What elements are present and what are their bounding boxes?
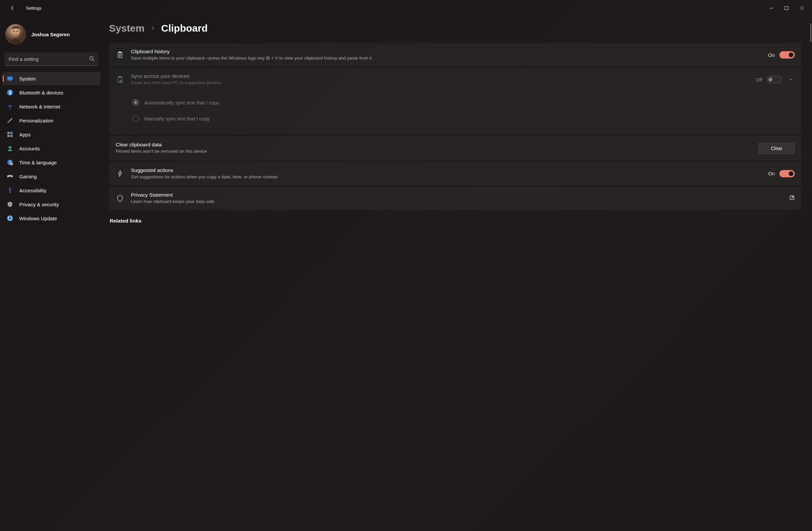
related-links-heading: Related links — [110, 218, 801, 224]
svg-rect-1 — [785, 6, 788, 10]
maximize-button[interactable] — [779, 3, 794, 13]
username: Joshua Segeren — [31, 32, 70, 37]
wifi-icon — [6, 103, 13, 110]
radio-icon — [132, 115, 139, 122]
nav-label: Gaming — [19, 174, 37, 179]
suggested-actions-toggle[interactable] — [780, 170, 795, 177]
svg-point-21 — [9, 188, 11, 189]
svg-rect-23 — [118, 52, 122, 58]
svg-point-7 — [17, 31, 18, 32]
toggle-state-label: Off — [755, 77, 762, 83]
card-clear-clipboard: Clear clipboard data Pinned items won't … — [109, 136, 801, 160]
shield-icon — [6, 201, 13, 208]
update-icon — [6, 215, 13, 222]
chevron-right-icon — [150, 25, 155, 32]
sidebar-item-accessibility[interactable]: Accessibility — [3, 184, 100, 197]
minimize-button[interactable] — [764, 3, 779, 13]
radio-option-manual[interactable]: Manually sync text that I copy — [132, 110, 795, 126]
nav-label: Apps — [19, 132, 31, 137]
card-desc: Learn how clipboard keeps your data safe — [131, 199, 783, 205]
nav-label: Accessibility — [19, 188, 46, 193]
card-desc: Pinned items won't be removed on this de… — [116, 149, 758, 154]
lightning-icon — [116, 170, 124, 177]
radio-label: Automatically sync text that I copy — [144, 100, 219, 106]
titlebar: Settings — [0, 0, 812, 16]
back-button[interactable] — [7, 3, 18, 13]
accessibility-icon — [6, 187, 13, 194]
card-sync-devices: Sync across your devices Paste text from… — [109, 68, 801, 135]
person-icon — [6, 145, 13, 152]
sidebar-item-personalization[interactable]: Personalization — [3, 114, 100, 127]
nav-label: Personalization — [19, 118, 54, 123]
clipboard-icon — [116, 51, 124, 58]
card-desc: Paste text from your PC to supported dev… — [131, 80, 749, 86]
radio-label: Manually sync text that I copy — [144, 116, 210, 122]
svg-rect-16 — [7, 135, 10, 137]
shield-outline-icon — [116, 195, 124, 202]
profile-block[interactable]: Joshua Segeren — [3, 20, 100, 51]
sync-options: Automatically sync text that I copy Manu… — [109, 91, 801, 135]
svg-point-13 — [7, 122, 9, 123]
nav-label: System — [19, 76, 36, 82]
svg-rect-17 — [10, 135, 13, 137]
breadcrumb: System Clipboard — [109, 23, 801, 34]
paintbrush-icon — [6, 117, 13, 124]
toggle-state-label: On — [768, 52, 775, 58]
card-title: Clipboard history — [131, 48, 762, 55]
nav-label: Privacy & security — [19, 201, 59, 207]
svg-line-9 — [93, 59, 94, 61]
card-title: Clear clipboard data — [116, 142, 758, 148]
search-box — [5, 53, 98, 66]
sync-devices-toggle[interactable] — [767, 76, 782, 83]
toggle-state-label: On — [768, 171, 775, 176]
close-button[interactable] — [794, 3, 809, 13]
sidebar-item-accounts[interactable]: Accounts — [3, 142, 100, 155]
bluetooth-icon — [6, 89, 13, 96]
search-icon — [89, 56, 95, 62]
sidebar-item-bluetooth[interactable]: Bluetooth & devices — [3, 86, 100, 99]
search-input[interactable] — [5, 53, 98, 66]
nav-label: Bluetooth & devices — [19, 90, 63, 96]
svg-point-6 — [14, 31, 15, 32]
breadcrumb-current: Clipboard — [161, 23, 208, 34]
sidebar-item-gaming[interactable]: Gaming — [3, 170, 100, 183]
expand-button[interactable] — [787, 75, 795, 84]
clipboard-history-toggle[interactable] — [780, 51, 795, 58]
svg-point-18 — [9, 146, 11, 149]
svg-rect-11 — [9, 81, 11, 81]
window-title: Settings — [26, 6, 42, 11]
nav-label: Accounts — [19, 146, 40, 151]
card-desc: Save multiple items to your clipboard—pr… — [131, 55, 762, 61]
svg-rect-14 — [7, 132, 10, 134]
radio-option-auto[interactable]: Automatically sync text that I copy — [132, 95, 795, 110]
card-suggested-actions: Suggested actions Get suggestions for ac… — [109, 162, 801, 185]
sidebar-item-network[interactable]: Network & internet — [3, 100, 100, 113]
card-privacy-statement[interactable]: Privacy Statement Learn how clipboard ke… — [109, 187, 801, 210]
card-title: Suggested actions — [131, 167, 762, 173]
card-title: Sync across your devices — [131, 73, 749, 79]
clock-globe-icon — [6, 159, 13, 166]
card-desc: Get suggestions for actions when you cop… — [131, 174, 762, 180]
svg-rect-15 — [10, 132, 13, 134]
sidebar: Joshua Segeren System Bluetooth & device… — [0, 16, 103, 531]
card-clipboard-history: Clipboard history Save multiple items to… — [109, 43, 801, 67]
clipboard-sync-icon — [116, 76, 124, 83]
nav-label: Windows Update — [19, 215, 57, 221]
clear-button[interactable]: Clear — [758, 143, 795, 154]
nav-label: Time & language — [19, 160, 57, 165]
radio-selected-icon — [132, 99, 139, 106]
sidebar-item-privacy[interactable]: Privacy & security — [3, 198, 100, 211]
sidebar-item-time-language[interactable]: Time & language — [3, 156, 100, 169]
svg-point-8 — [90, 57, 93, 60]
svg-rect-10 — [7, 76, 13, 80]
avatar — [5, 24, 26, 45]
scrollbar-thumb[interactable] — [810, 23, 811, 42]
sidebar-item-system[interactable]: System — [3, 72, 100, 85]
breadcrumb-parent[interactable]: System — [109, 23, 145, 34]
display-icon — [6, 75, 13, 82]
gamepad-icon — [6, 173, 13, 180]
nav-label: Network & internet — [19, 104, 60, 110]
external-link-icon — [789, 195, 795, 201]
sidebar-item-windows-update[interactable]: Windows Update — [3, 212, 100, 225]
sidebar-item-apps[interactable]: Apps — [3, 128, 100, 141]
